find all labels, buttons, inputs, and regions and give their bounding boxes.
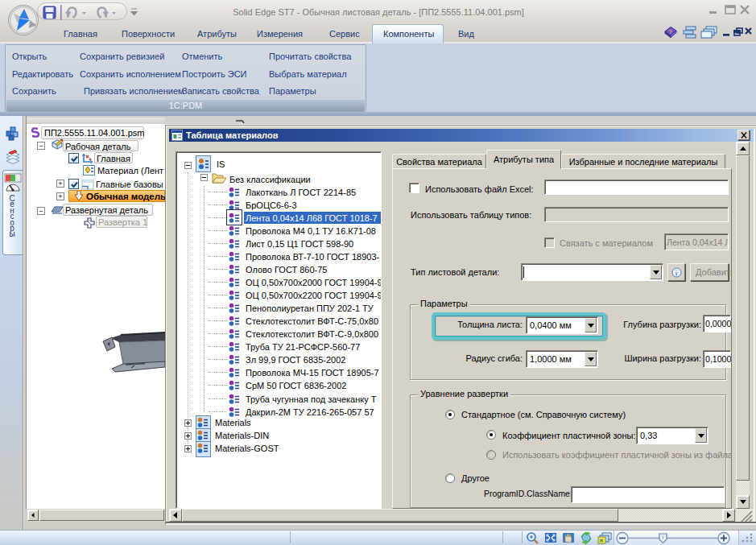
svg-text:?: ? [668, 28, 672, 35]
